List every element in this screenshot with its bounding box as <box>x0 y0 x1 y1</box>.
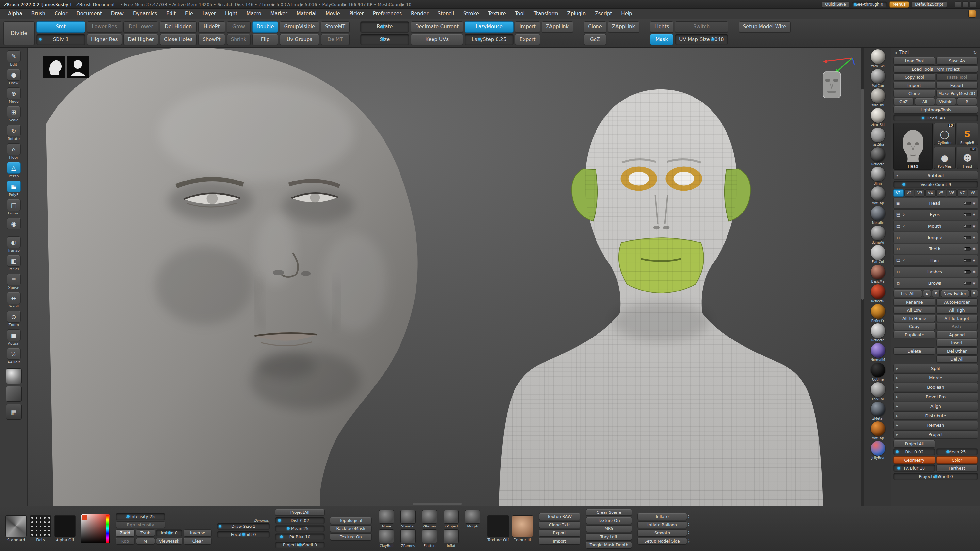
material-swatch[interactable]: zbro_Ski <box>870 49 885 68</box>
gear-icon[interactable]: ✱ <box>972 258 976 263</box>
quick-brush[interactable]: Morph <box>463 510 482 528</box>
sculpt-mode-button[interactable]: M <box>136 538 155 545</box>
restore-icon[interactable]: ↻ <box>974 50 977 55</box>
shelf-button[interactable]: DelMT <box>321 34 350 45</box>
menu-item[interactable]: Zscript <box>590 10 616 17</box>
subtool-action-button[interactable]: All To Target <box>936 315 978 322</box>
tool-button[interactable]: Head. 48 <box>893 114 978 121</box>
left-shelf-tool[interactable]: ▦ PolyF <box>2 180 25 197</box>
shelf-button[interactable]: LazyMouse <box>465 21 514 33</box>
subpalette-header[interactable]: ▸ Merge <box>893 373 978 382</box>
shelf-button[interactable]: Shrink <box>227 34 251 45</box>
subtool-version-tab[interactable]: V5 <box>936 189 947 197</box>
menu-item[interactable]: Color <box>50 10 72 17</box>
shelf-button[interactable]: UV Map Size 2048 <box>675 34 728 45</box>
shelf-button[interactable]: ZAppLink <box>608 21 639 33</box>
gear-icon[interactable]: ✱ <box>972 247 976 251</box>
scene-button[interactable]: Texture On <box>586 517 632 524</box>
material-swatch[interactable]: ZMetal <box>870 402 885 421</box>
menu-item[interactable]: Zplugin <box>563 10 590 17</box>
color-picker[interactable] <box>81 514 110 543</box>
subtool-action-button[interactable]: Del Other <box>936 347 978 354</box>
shelf-button[interactable]: Lower Res <box>87 21 122 33</box>
left-shelf-tool[interactable]: ≡ Xpose <box>2 273 25 291</box>
material-swatch[interactable]: HSVCol <box>870 382 885 401</box>
tool-button[interactable]: All <box>915 98 935 105</box>
project-button[interactable]: Dist 0.02 <box>893 448 935 455</box>
move-up-button[interactable]: ▲ <box>923 290 931 297</box>
visibility-toggle[interactable] <box>964 259 971 262</box>
subtool-version-tab[interactable]: V7 <box>958 189 967 197</box>
tool-button[interactable]: R <box>957 98 977 105</box>
shelf-button[interactable]: Export <box>515 34 540 45</box>
menu-item[interactable]: Draw <box>107 10 128 17</box>
menu-item[interactable]: Preferences <box>369 10 406 17</box>
visible-count-slider[interactable]: Visible Count 9 <box>893 181 978 188</box>
quick-brush[interactable]: Move <box>377 510 396 528</box>
tool-button[interactable]: Lightbox▶Tools <box>893 106 978 113</box>
shelf-button[interactable]: SDiv 1 <box>36 34 85 45</box>
shelf-button[interactable]: Flip <box>252 34 278 45</box>
project-button[interactable]: Farthest <box>936 465 978 472</box>
shelf-button[interactable]: Switch <box>675 21 728 33</box>
texture-thumb[interactable]: Colour lik <box>512 515 533 542</box>
dynamic-label[interactable]: Dynamic <box>254 519 269 522</box>
shelf-button[interactable]: Close Holes <box>160 34 197 45</box>
shelf-button[interactable]: Uv Groups <box>280 34 319 45</box>
shelf-button[interactable]: Keep UVs <box>411 34 463 45</box>
project-button[interactable]: Mean 25 <box>936 448 978 455</box>
sculpt-mode-button[interactable]: Inverse <box>184 529 212 536</box>
subpalette-header[interactable]: ▸ Project <box>893 430 978 439</box>
material-swatch[interactable]: BumpVi <box>870 225 885 244</box>
material-swatch[interactable]: JellyBea <box>870 441 885 460</box>
menu-item[interactable]: Transform <box>530 10 563 17</box>
quick-brush[interactable]: Standar <box>399 510 417 528</box>
scene-button[interactable]: MB5 <box>586 525 632 532</box>
stepper-buttons[interactable]: ▴ ▾ <box>688 522 689 527</box>
morph-action-button[interactable]: Smooth <box>637 529 687 536</box>
subpalette-header[interactable]: ▸ Distribute <box>893 411 978 420</box>
subtool-row[interactable]: ▤ 2 Mouth ✱ <box>893 221 978 232</box>
material-swatch[interactable]: Reflecte <box>870 324 885 342</box>
tool-button[interactable]: Export <box>936 82 978 89</box>
subtool-action-button[interactable]: Rename <box>893 299 935 305</box>
subtool-action-button[interactable]: All High <box>936 306 978 314</box>
scene-button[interactable]: Toggle Mask Depth <box>586 541 632 548</box>
left-shelf-tool[interactable]: ⌂ Floor <box>2 143 25 160</box>
left-shelf-tool[interactable]: ■ Actual <box>2 329 25 346</box>
zbrush-logo-icon[interactable] <box>968 10 976 17</box>
sculpt-mode-button[interactable]: Clear <box>184 538 212 545</box>
shelf-button[interactable]: StoreMT <box>321 21 350 33</box>
quick-brush[interactable]: Inflat <box>442 529 461 548</box>
texture-button[interactable]: Export <box>539 529 581 536</box>
divide-button[interactable]: Divide <box>3 21 35 45</box>
mask-toggle-button[interactable]: BackfaceMask <box>330 525 372 532</box>
texture-button[interactable]: Clone Txtr <box>539 521 581 528</box>
menu-item[interactable]: Document <box>72 10 106 17</box>
visibility-toggle[interactable] <box>964 213 971 216</box>
material-swatch[interactable]: Blinn <box>870 167 885 186</box>
subtool-action-button[interactable]: Duplicate <box>893 331 935 338</box>
subtool-header[interactable]: ▾ Subtool <box>893 171 978 179</box>
menu-item[interactable]: Stroke <box>459 10 483 17</box>
tool-button[interactable]: Make PolyMesh3D <box>936 90 978 97</box>
visibility-toggle[interactable] <box>964 248 971 251</box>
menu-item[interactable]: Layer <box>198 10 220 17</box>
subtool-action-button[interactable]: All To Home <box>893 315 935 322</box>
stepper-buttons[interactable]: ▴ ▾ <box>688 538 689 543</box>
folder-down-button[interactable]: ▼ <box>970 290 978 297</box>
subtool-row[interactable]: ▤ 2 Hair ✱ <box>893 255 978 266</box>
subtool-action-button[interactable]: Paste <box>936 323 978 330</box>
tool-button[interactable]: Import <box>893 82 935 89</box>
shelf-button[interactable]: GroupVisible <box>280 21 319 33</box>
menu-item[interactable]: Movie <box>321 10 344 17</box>
mask-toggle-button[interactable]: Topological <box>330 517 372 524</box>
draw-slider[interactable]: Focal Shift 0 <box>217 531 270 538</box>
menu-item[interactable]: Stencil <box>433 10 458 17</box>
menu-item[interactable]: File <box>181 10 197 17</box>
tool-thumbnail[interactable]: ◯ 10 Cylinder <box>934 123 956 145</box>
subtool-row[interactable]: ▣ Head ✱ <box>893 198 978 209</box>
projection-control[interactable]: PA Blur 10 <box>275 534 325 540</box>
project-button[interactable]: Color <box>936 456 978 464</box>
mesh-thumb[interactable]: ▦ <box>6 404 22 420</box>
